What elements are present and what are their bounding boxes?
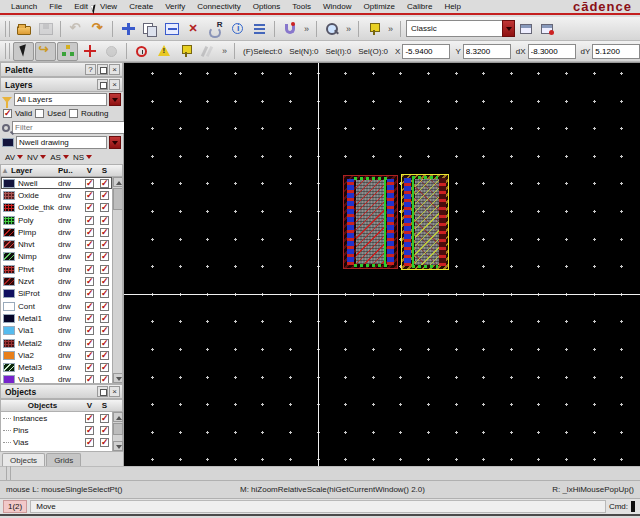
layer-selectable-checkbox[interactable]	[100, 277, 109, 286]
toolbar-grip[interactable]	[5, 21, 10, 37]
layer-row-oxide[interactable]: Oxidedrw	[1, 189, 112, 201]
object-name[interactable]: Instances	[13, 414, 82, 423]
device-icon[interactable]	[175, 42, 196, 61]
object-selectable-checkbox[interactable]	[100, 414, 109, 423]
redo-icon[interactable]	[87, 19, 108, 38]
objects-row-pins[interactable]: Pins	[1, 424, 112, 436]
layer-swatch[interactable]	[3, 351, 15, 360]
layer-selectable-checkbox[interactable]	[100, 363, 109, 372]
col-purpose[interactable]: Pu..	[58, 166, 82, 175]
rotate-icon[interactable]	[205, 19, 226, 38]
layer-selectable-checkbox[interactable]	[100, 191, 109, 200]
layer-visible-checkbox[interactable]	[85, 228, 94, 237]
layer-row-poly[interactable]: Polydrw	[1, 214, 112, 226]
layer-visible-checkbox[interactable]	[85, 326, 94, 335]
copy-icon[interactable]	[139, 19, 160, 38]
layer-name[interactable]: Nzvt	[15, 277, 58, 286]
layer-selectable-checkbox[interactable]	[100, 302, 109, 311]
layer-name[interactable]: Oxide_thk	[15, 203, 58, 212]
layer-name[interactable]: Phvt	[15, 265, 58, 274]
layer-row-siprot[interactable]: SiProtdrw	[1, 288, 112, 300]
used-checkbox[interactable]	[35, 109, 44, 118]
layer-swatch[interactable]	[3, 302, 15, 311]
object-name[interactable]: Pins	[13, 426, 82, 435]
scroll-down-icon[interactable]	[113, 373, 123, 383]
layer-visible-checkbox[interactable]	[85, 363, 94, 372]
valid-checkbox[interactable]	[3, 109, 12, 118]
warning-icon[interactable]	[153, 42, 174, 61]
magnet-icon[interactable]	[279, 19, 300, 38]
crosshair-icon[interactable]	[79, 42, 100, 61]
restore-workspace-icon[interactable]	[536, 19, 557, 38]
menu-window[interactable]: Window	[318, 1, 356, 12]
layer-selectable-checkbox[interactable]	[100, 216, 109, 225]
save-workspace-icon[interactable]	[515, 19, 536, 38]
layer-selectable-checkbox[interactable]	[100, 289, 109, 298]
layer-visible-checkbox[interactable]	[85, 375, 94, 384]
col-objects-s[interactable]: S	[97, 401, 112, 410]
tab-objects[interactable]: Objects	[2, 453, 45, 466]
menu-optimize[interactable]: Optimize	[358, 1, 400, 12]
layer-swatch[interactable]	[3, 203, 15, 212]
toolbar-overflow-chevron[interactable]: »	[385, 24, 396, 34]
layer-visible-checkbox[interactable]	[85, 216, 94, 225]
dx-field[interactable]	[528, 44, 576, 59]
layer-visible-checkbox[interactable]	[85, 240, 94, 249]
scroll-thumb[interactable]	[113, 188, 123, 210]
toolbar-overflow-chevron[interactable]: »	[301, 24, 312, 34]
workspace-combo-value[interactable]: Classic	[406, 20, 502, 37]
layer-selectable-checkbox[interactable]	[100, 203, 109, 212]
command-caret[interactable]	[631, 501, 635, 512]
menu-view[interactable]: View	[95, 1, 122, 12]
close-layers-icon[interactable]: ×	[109, 79, 120, 90]
sort-icon[interactable]: ▴	[3, 166, 11, 175]
layer-row-nimp[interactable]: Nimpdrw	[1, 251, 112, 263]
menu-file[interactable]: File	[44, 1, 67, 12]
object-selectable-checkbox[interactable]	[100, 426, 109, 435]
current-layer-arrow[interactable]	[109, 136, 121, 149]
menu-connectivity[interactable]: Connectivity	[192, 1, 246, 12]
layer-name[interactable]: Nimp	[15, 252, 58, 261]
stretch-icon[interactable]	[161, 19, 182, 38]
quick-av[interactable]: AV	[5, 153, 15, 162]
menu-options[interactable]: Options	[248, 1, 286, 12]
scroll-up-icon[interactable]	[113, 177, 123, 187]
close-objects-icon[interactable]: ×	[109, 386, 120, 397]
toolbar-overflow-chevron[interactable]: »	[343, 24, 354, 34]
device-left[interactable]	[343, 175, 398, 269]
col-layer[interactable]: Layer	[11, 166, 58, 175]
layer-visible-checkbox[interactable]	[85, 289, 94, 298]
objects-scrollbar[interactable]	[112, 412, 122, 451]
quick-nv-arrow[interactable]	[40, 155, 46, 159]
quick-as[interactable]: AS	[50, 153, 61, 162]
layer-visible-checkbox[interactable]	[85, 179, 94, 188]
layer-swatch[interactable]	[3, 363, 15, 372]
object-name[interactable]: Vias	[13, 438, 82, 447]
layer-name[interactable]: Via3	[15, 375, 58, 384]
quick-av-arrow[interactable]	[17, 155, 23, 159]
object-selectable-checkbox[interactable]	[100, 438, 109, 447]
layer-swatch[interactable]	[3, 240, 15, 249]
layer-row-via1[interactable]: Via1drw	[1, 325, 112, 337]
layer-selectable-checkbox[interactable]	[100, 339, 109, 348]
align-icon[interactable]	[249, 19, 270, 38]
quick-as-arrow[interactable]	[63, 155, 69, 159]
float-objects-icon[interactable]	[97, 386, 108, 397]
layer-swatch[interactable]	[3, 191, 15, 200]
device-right-selected[interactable]	[401, 174, 449, 270]
layer-name[interactable]: Cont	[15, 302, 58, 311]
clock-icon[interactable]	[131, 42, 152, 61]
move-icon[interactable]	[117, 19, 138, 38]
float-layers-icon[interactable]	[97, 79, 108, 90]
layer-name[interactable]: Pimp	[15, 228, 58, 237]
tab-grids[interactable]: Grids	[46, 453, 81, 466]
toolbar-grip[interactable]	[5, 43, 10, 59]
layer-row-phvt[interactable]: Phvtdrw	[1, 263, 112, 275]
layer-selectable-checkbox[interactable]	[100, 375, 109, 384]
objects-row-vias[interactable]: Vias	[1, 436, 112, 448]
layer-visible-checkbox[interactable]	[85, 265, 94, 274]
layer-selectable-checkbox[interactable]	[100, 179, 109, 188]
menu-create[interactable]: Create	[124, 1, 158, 12]
col-visible[interactable]: V	[82, 166, 97, 175]
x-coordinate-field[interactable]	[402, 44, 450, 59]
